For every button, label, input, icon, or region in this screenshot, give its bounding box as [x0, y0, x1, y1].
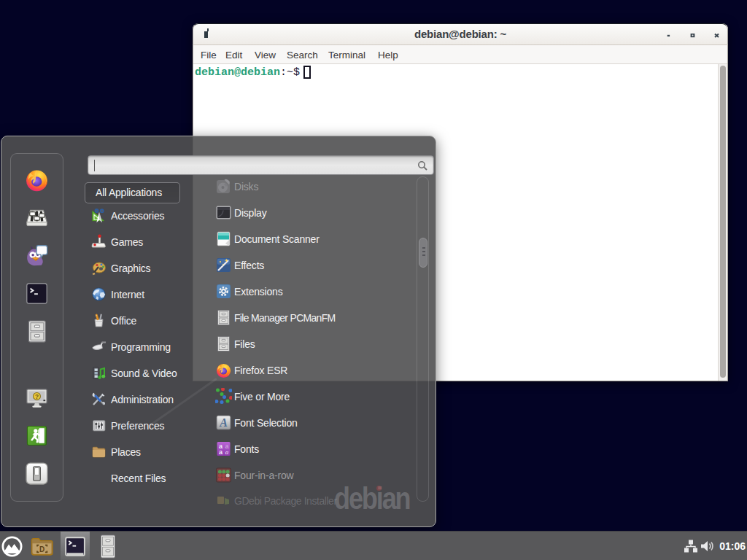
svg-text:D: D [39, 545, 44, 553]
svg-text:?: ? [35, 394, 39, 400]
svg-text:A: A [219, 416, 228, 429]
svg-text:a: a [225, 448, 229, 456]
